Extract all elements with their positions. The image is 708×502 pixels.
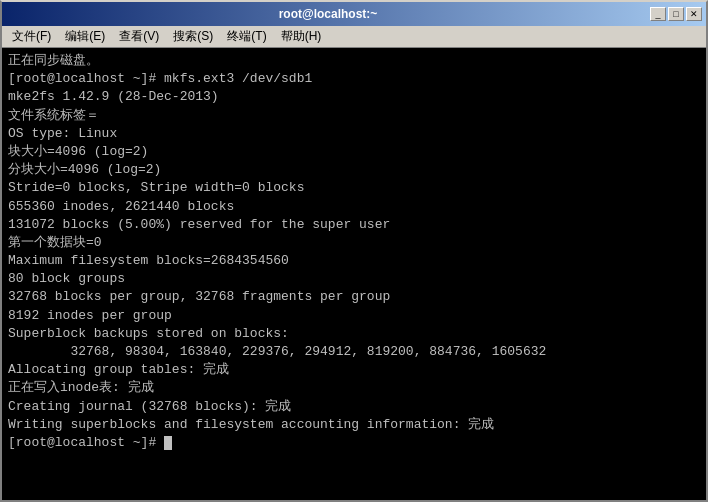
- maximize-button[interactable]: □: [668, 7, 684, 21]
- menu-file[interactable]: 文件(F): [6, 26, 57, 47]
- terminal-line: mke2fs 1.42.9 (28-Dec-2013): [8, 88, 700, 106]
- window-title: root@localhost:~: [6, 7, 650, 21]
- terminal-line: 32768 blocks per group, 32768 fragments …: [8, 288, 700, 306]
- terminal-window: root@localhost:~ _ □ ✕ 文件(F) 编辑(E) 查看(V)…: [0, 0, 708, 502]
- menu-search[interactable]: 搜索(S): [167, 26, 219, 47]
- menu-view[interactable]: 查看(V): [113, 26, 165, 47]
- title-bar: root@localhost:~ _ □ ✕: [2, 2, 706, 26]
- terminal-line: Writing superblocks and filesystem accou…: [8, 416, 700, 434]
- terminal-line: Allocating group tables: 完成: [8, 361, 700, 379]
- menu-bar: 文件(F) 编辑(E) 查看(V) 搜索(S) 终端(T) 帮助(H): [2, 26, 706, 48]
- terminal-line: 655360 inodes, 2621440 blocks: [8, 198, 700, 216]
- menu-edit[interactable]: 编辑(E): [59, 26, 111, 47]
- terminal-line: 8192 inodes per group: [8, 307, 700, 325]
- terminal-line: 正在写入inode表: 完成: [8, 379, 700, 397]
- terminal-line: 正在同步磁盘。: [8, 52, 700, 70]
- terminal-line: 80 block groups: [8, 270, 700, 288]
- terminal-prompt: [root@localhost ~]#: [8, 434, 700, 452]
- terminal-cursor: [164, 436, 172, 450]
- terminal-line: 分块大小=4096 (log=2): [8, 161, 700, 179]
- window-controls: _ □ ✕: [650, 7, 702, 21]
- terminal-line: 32768, 98304, 163840, 229376, 294912, 81…: [8, 343, 700, 361]
- terminal-line: OS type: Linux: [8, 125, 700, 143]
- menu-terminal[interactable]: 终端(T): [221, 26, 272, 47]
- terminal-line: 131072 blocks (5.00%) reserved for the s…: [8, 216, 700, 234]
- close-button[interactable]: ✕: [686, 7, 702, 21]
- terminal-output[interactable]: 正在同步磁盘。[root@localhost ~]# mkfs.ext3 /de…: [2, 48, 706, 500]
- terminal-line: [root@localhost ~]# mkfs.ext3 /dev/sdb1: [8, 70, 700, 88]
- minimize-button[interactable]: _: [650, 7, 666, 21]
- terminal-line: Stride=0 blocks, Stripe width=0 blocks: [8, 179, 700, 197]
- terminal-line: 块大小=4096 (log=2): [8, 143, 700, 161]
- terminal-line: 文件系统标签＝: [8, 107, 700, 125]
- terminal-line: 第一个数据块=0: [8, 234, 700, 252]
- terminal-line: Maximum filesystem blocks=2684354560: [8, 252, 700, 270]
- menu-help[interactable]: 帮助(H): [275, 26, 328, 47]
- terminal-line: Creating journal (32768 blocks): 完成: [8, 398, 700, 416]
- terminal-line: Superblock backups stored on blocks:: [8, 325, 700, 343]
